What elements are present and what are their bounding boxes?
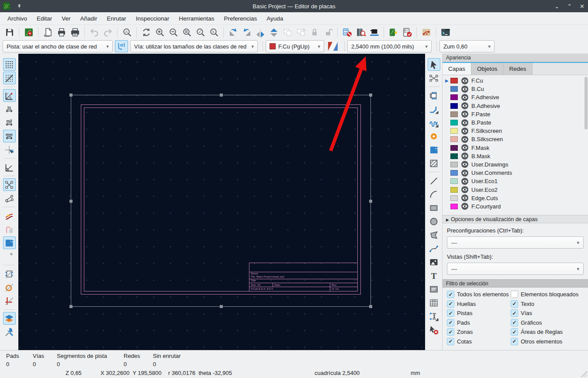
layer-row-f-silkscreen[interactable]: F.Silkscreen [443, 127, 588, 135]
crosshair-cursor-button[interactable] [3, 143, 16, 156]
layer-color-swatch[interactable] [450, 94, 458, 100]
menu-aadir[interactable]: Añadir [76, 13, 102, 24]
checkbox-icon[interactable]: ✓ [511, 300, 518, 308]
checkbox-icon[interactable]: ✓ [511, 328, 518, 336]
layer-row-user-eco1[interactable]: User.Eco1 [443, 177, 588, 185]
layer-color-swatch[interactable] [450, 187, 458, 193]
visibility-eye-icon[interactable] [461, 77, 468, 84]
pad-sketch-button[interactable] [3, 281, 16, 294]
units-mm-button[interactable]: mm [3, 130, 16, 142]
filter-otros-elementos[interactable]: ✓Otros elementos [511, 338, 586, 345]
layer-color-swatch[interactable] [450, 204, 458, 209]
resize-grip[interactable] [581, 371, 587, 377]
grid-overrides-button[interactable] [3, 72, 16, 84]
layers-scrollbar[interactable] [585, 77, 588, 129]
minimize-button[interactable]: ⌄ [554, 3, 559, 10]
layer-color-swatch[interactable] [450, 195, 458, 201]
maximize-button[interactable]: ⌃ [567, 3, 572, 10]
add-via-button[interactable] [428, 130, 440, 142]
route-tracks-button[interactable] [428, 103, 440, 115]
menu-herramientas[interactable]: Herramientas [174, 13, 219, 24]
tune-length-button[interactable] [428, 116, 440, 129]
net-names-button[interactable] [3, 223, 16, 236]
layer-color-swatch[interactable] [450, 153, 458, 159]
select-arrow-button[interactable] [428, 58, 440, 71]
rotate-cw-button[interactable] [240, 26, 253, 38]
visibility-eye-icon[interactable] [461, 119, 468, 126]
page-settings-button[interactable] [42, 26, 54, 38]
add-image-button[interactable] [428, 256, 440, 268]
scripting-console-button[interactable] [439, 26, 452, 38]
search-footprints-button[interactable] [354, 26, 367, 38]
unlock-button[interactable] [322, 26, 334, 38]
mirror-vertical-button[interactable] [267, 26, 280, 38]
zoom-fit-button[interactable] [180, 26, 193, 38]
high-contrast-button[interactable] [3, 312, 16, 325]
redo-button[interactable] [101, 26, 114, 38]
curved-ratsnest-button[interactable] [3, 192, 16, 205]
filter-zonas[interactable]: ✓Zonas [447, 328, 511, 336]
checkbox-icon[interactable]: ✓ [447, 291, 454, 298]
layer-row-b-silkscreen[interactable]: B.Silkscreen [443, 135, 588, 143]
layer-row-f-mask[interactable]: F.Mask [443, 144, 588, 152]
layer-row-b-adhesive[interactable]: B.Adhesive [443, 102, 588, 110]
layer-row-f-adhesive[interactable]: F.Adhesive [443, 93, 588, 101]
draw-polygon-button[interactable] [428, 229, 440, 241]
layer-row-b-mask[interactable]: B.Mask [443, 152, 588, 160]
rotate-ccw-button[interactable] [227, 26, 239, 38]
layer-row-user-comments[interactable]: User.Comments [443, 169, 588, 177]
update-footprints-button[interactable] [387, 26, 400, 38]
layer-display-options[interactable]: ▶Opciones de visualización de capas [443, 215, 588, 223]
router-button[interactable] [420, 26, 432, 38]
lock-button[interactable] [308, 26, 321, 38]
visibility-eye-icon[interactable] [461, 144, 468, 151]
visibility-eye-icon[interactable] [461, 136, 468, 143]
visibility-eye-icon[interactable] [461, 102, 468, 109]
layer-color-swatch[interactable] [450, 111, 458, 117]
highlight-nets-button[interactable] [3, 209, 16, 222]
menu-enrutar[interactable]: Enrutar [102, 13, 131, 24]
layer-color-swatch[interactable] [450, 178, 458, 184]
board-setup-button[interactable] [22, 26, 35, 38]
layer-row-b-cu[interactable]: B.Cu [443, 85, 588, 93]
filter-cotas[interactable]: ✓Cotas [447, 338, 511, 345]
visibility-eye-icon[interactable] [461, 161, 468, 168]
checkbox-icon[interactable]: ✓ [447, 338, 454, 345]
presets-select[interactable]: ---▾ [447, 236, 584, 249]
filter-todos-los-elementos[interactable]: ✓Todos los elementos [447, 291, 511, 298]
draw-arc-button[interactable] [428, 188, 440, 201]
pcb-canvas[interactable]: Sheet: File: Basic Project.kicad_pcb Tit… [18, 54, 425, 350]
layer-color-swatch[interactable] [450, 103, 458, 109]
track-posture-button[interactable] [115, 40, 128, 52]
footprint-editor-button[interactable] [368, 26, 380, 38]
grid-size-select[interactable]: 2,5400 mm (100,00 mils)▾ [347, 40, 432, 52]
visibility-eye-icon[interactable] [461, 186, 468, 193]
layer-row-user-eco2[interactable]: User.Eco2 [443, 185, 588, 194]
filter-texto[interactable]: ✓Texto [511, 300, 586, 308]
filter-gr-ficos[interactable]: ✓Gráficos [511, 319, 586, 326]
visibility-eye-icon[interactable] [461, 94, 468, 101]
layer-color-swatch[interactable] [450, 170, 458, 176]
add-textbox-button[interactable] [428, 283, 440, 295]
layer-color-swatch[interactable] [450, 145, 458, 151]
visibility-eye-icon[interactable] [461, 111, 468, 118]
plot-button[interactable] [69, 26, 81, 38]
checkbox-icon[interactable]: ✓ [511, 338, 518, 345]
visibility-eye-icon[interactable] [461, 86, 468, 93]
find-button[interactable]: A [121, 26, 133, 38]
draw-line-button[interactable] [428, 174, 440, 187]
update-pcb-from-schematic-button[interactable] [341, 26, 353, 38]
add-rule-area-button[interactable] [428, 157, 440, 170]
menu-ayuda[interactable]: Ayuda [262, 13, 288, 24]
layer-color-swatch[interactable] [450, 128, 458, 134]
layer-row-f-cu[interactable]: ▶F.Cu [443, 76, 588, 85]
zoom-select[interactable]: Zum 0,60▾ [439, 40, 495, 52]
tab-capas[interactable]: Capas [443, 63, 471, 75]
menu-archivo[interactable]: Archivo [3, 13, 32, 24]
close-button[interactable]: ✕ [580, 3, 585, 10]
active-layer-select[interactable]: F.Cu (PgUp)▾ [266, 40, 324, 52]
run-drc-button[interactable] [401, 26, 413, 38]
zone-outline-button[interactable] [3, 250, 16, 263]
visibility-eye-icon[interactable] [461, 203, 468, 210]
save-button[interactable] [3, 26, 16, 38]
